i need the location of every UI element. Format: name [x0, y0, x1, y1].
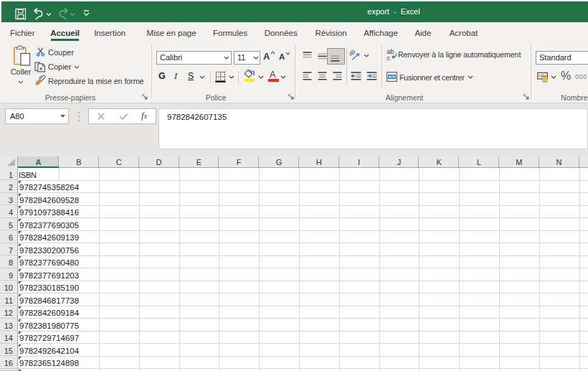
svg-text:c: c: [387, 55, 391, 60]
